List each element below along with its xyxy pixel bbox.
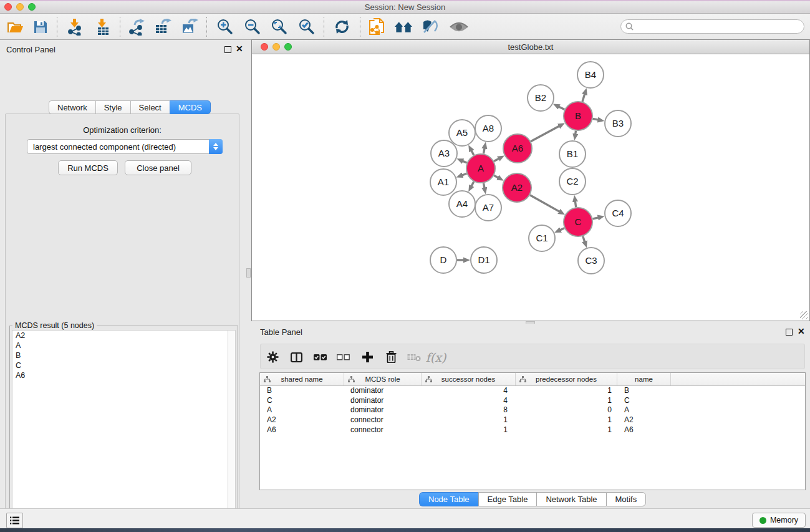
graph-edge-A-A1[interactable] — [462, 173, 466, 175]
graph-node-B2[interactable]: B2 — [528, 85, 554, 111]
graph-node-D1[interactable]: D1 — [471, 247, 497, 273]
table-row-A6[interactable]: A6connector11A6 — [260, 425, 805, 435]
graph-edge-B-B4[interactable] — [582, 94, 585, 102]
graph-edge-B-B1[interactable] — [576, 131, 576, 135]
graph-node-A7[interactable]: A7 — [475, 195, 501, 221]
hide-graphics-details-icon[interactable] — [421, 18, 440, 36]
graph-edge-B-B3[interactable] — [593, 118, 599, 120]
zoom-in-icon[interactable] — [216, 18, 234, 36]
column-header-MCDS-role[interactable]: MCDS role — [344, 373, 422, 385]
graph-edge-C-C2[interactable] — [575, 201, 576, 208]
table-row-B[interactable]: Bdominator41B — [260, 386, 805, 396]
table-settings-gear-icon[interactable] — [263, 349, 282, 365]
export-table-icon[interactable] — [153, 18, 172, 36]
graph-node-B4[interactable]: B4 — [577, 62, 604, 88]
refresh-view-icon[interactable] — [332, 18, 351, 36]
new-network-from-selection-icon[interactable] — [368, 18, 387, 36]
graph-node-A3[interactable]: A3 — [431, 140, 457, 167]
zoom-out-icon[interactable] — [243, 18, 262, 36]
open-session-icon[interactable] — [6, 18, 25, 36]
graph-node-B3[interactable]: B3 — [605, 110, 631, 137]
graph-node-C2[interactable]: C2 — [559, 168, 586, 195]
splitter-handle-vertical[interactable] — [246, 268, 251, 278]
network-graph-canvas[interactable]: B4B2BB3A5A8A6A3B1AC2A1A2A4A7C4CC1DD1C3 — [252, 54, 809, 321]
column-header-predecessor-nodes[interactable]: predecessor nodes — [516, 373, 617, 385]
task-history-button[interactable] — [6, 513, 23, 528]
graph-edge-A-A7[interactable] — [483, 183, 485, 188]
delete-columns-trash-icon[interactable] — [382, 349, 400, 365]
export-image-icon[interactable] — [180, 18, 199, 36]
run-mcds-button[interactable]: Run MCDS — [58, 160, 118, 175]
graph-edge-C-C1[interactable] — [560, 228, 564, 230]
graph-edge-B-B2[interactable] — [559, 107, 565, 110]
graph-node-A2[interactable]: A2 — [503, 173, 531, 202]
import-network-icon[interactable] — [66, 18, 85, 36]
tab-network[interactable]: Network — [49, 100, 95, 114]
graph-edge-A-A3[interactable] — [463, 161, 467, 163]
tab-mcds[interactable]: MCDS — [170, 100, 211, 114]
search-input[interactable] — [636, 22, 804, 31]
graph-node-C1[interactable]: C1 — [529, 225, 555, 251]
mcds-result-item[interactable]: A — [12, 341, 228, 351]
deselect-all-rows-icon[interactable] — [334, 349, 352, 365]
tab-edge-table[interactable]: Edge Table — [478, 492, 537, 506]
column-header-successor-nodes[interactable]: successor nodes — [422, 373, 516, 385]
table-panel-float-icon[interactable] — [786, 329, 793, 336]
graph-node-A[interactable]: A — [466, 154, 495, 183]
graph-edge-A6-B[interactable] — [531, 126, 559, 142]
table-row-A2[interactable]: A2connector11A2 — [260, 415, 805, 425]
graph-node-C3[interactable]: C3 — [578, 248, 604, 274]
tab-select[interactable]: Select — [130, 100, 170, 114]
mcds-result-list[interactable]: A2ABCA6 — [12, 330, 228, 532]
column-header-name[interactable]: name — [617, 373, 671, 385]
table-row-A[interactable]: Adominator80A — [260, 405, 805, 415]
graph-node-A5[interactable]: A5 — [449, 120, 475, 146]
graph-node-A8[interactable]: A8 — [475, 115, 501, 142]
mcds-result-item[interactable]: A2 — [12, 331, 228, 341]
graph-node-C4[interactable]: C4 — [605, 200, 631, 226]
mcds-result-item[interactable]: C — [12, 360, 228, 370]
control-panel-float-icon[interactable] — [224, 46, 231, 53]
graph-edge-A-A8[interactable] — [483, 148, 485, 153]
graph-node-C[interactable]: C — [564, 208, 592, 236]
tab-network-table[interactable]: Network Table — [536, 492, 605, 506]
graph-edge-A-A5[interactable] — [471, 150, 474, 155]
graph-edge-A2-C[interactable] — [530, 195, 559, 212]
tab-style[interactable]: Style — [95, 100, 130, 114]
select-all-rows-icon[interactable] — [311, 349, 329, 365]
graph-edge-C-C4[interactable] — [592, 218, 598, 219]
table-row-C[interactable]: Cdominator41C — [260, 396, 805, 406]
mcds-result-item[interactable]: B — [12, 351, 228, 360]
export-network-icon[interactable] — [127, 18, 146, 36]
table-panel-close-icon[interactable]: ✕ — [798, 327, 805, 336]
graph-edge-A-A6[interactable] — [494, 158, 499, 161]
close-panel-button[interactable]: Close panel — [125, 160, 191, 175]
import-table-icon[interactable] — [94, 18, 112, 36]
graph-node-A6[interactable]: A6 — [503, 134, 532, 163]
show-hide-panel-eye-icon[interactable] — [450, 18, 468, 36]
memory-button[interactable]: Memory — [752, 513, 806, 528]
graph-node-D[interactable]: D — [430, 247, 456, 273]
graph-node-B[interactable]: B — [564, 102, 592, 130]
zoom-selected-icon[interactable] — [297, 18, 316, 36]
graph-node-A1[interactable]: A1 — [430, 169, 456, 195]
mcds-result-item[interactable]: A6 — [12, 370, 228, 380]
column-header-shared-name[interactable]: shared name — [260, 373, 344, 385]
graph-node-A4[interactable]: A4 — [449, 191, 475, 217]
search-field[interactable] — [620, 19, 804, 34]
graph-node-B1[interactable]: B1 — [559, 141, 586, 167]
mcds-result-scrollbar[interactable] — [228, 330, 236, 532]
save-session-icon[interactable] — [31, 18, 50, 36]
graph-edge-A-A4[interactable] — [471, 181, 474, 186]
graph-edge-A-A2[interactable] — [494, 175, 498, 178]
create-column-icon[interactable] — [358, 349, 377, 365]
graph-edge-C-C3[interactable] — [583, 236, 585, 242]
show-column-icon[interactable] — [287, 349, 306, 365]
tab-node-table[interactable]: Node Table — [419, 492, 478, 506]
window-resize-grip[interactable] — [800, 311, 808, 319]
criterion-select[interactable]: largest connected component (directed) — [27, 139, 223, 154]
control-panel-close-icon[interactable]: ✕ — [236, 44, 243, 53]
zoom-fit-content-icon[interactable] — [270, 18, 289, 36]
tab-motifs[interactable]: Motifs — [606, 492, 647, 506]
first-neighbors-icon[interactable] — [394, 18, 413, 36]
